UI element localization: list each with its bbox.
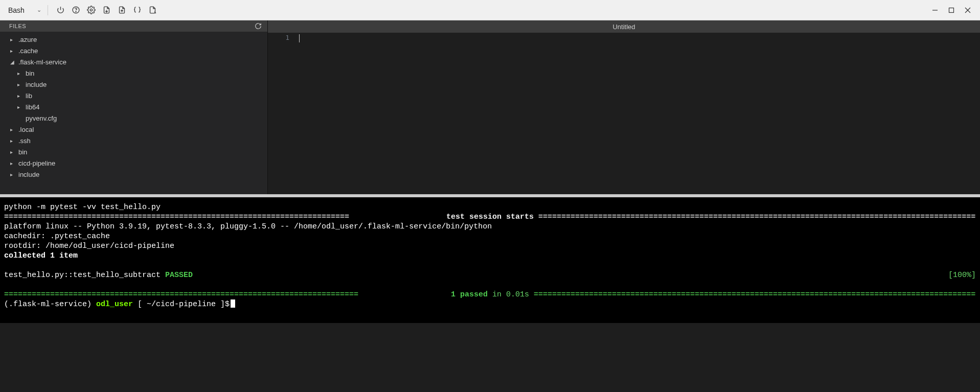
- tree-item-label: bin: [26, 70, 34, 77]
- prompt-bracket-open: [: [138, 299, 147, 309]
- new-file-icon[interactable]: [146, 4, 159, 17]
- folder-item-include[interactable]: ▸include: [0, 169, 267, 180]
- terminal-session-header: test session starts: [442, 212, 538, 222]
- shell-label: Bash: [8, 6, 25, 14]
- tree-item-label: lib64: [26, 103, 39, 111]
- terminal-platform: platform linux -- Python 3.9.19, pytest-…: [4, 222, 976, 232]
- terminal-prompt-line: (.flask-ml-service) odl_user [ ~/cicd-pi…: [4, 299, 976, 309]
- tree-item-label: .ssh: [18, 137, 31, 145]
- chevron-right-icon: ▸: [10, 48, 16, 54]
- terminal-panel[interactable]: python -m pytest -vv test_hello.py======…: [0, 197, 980, 323]
- chevron-right-icon: ▸: [17, 71, 24, 76]
- editor-cursor: [299, 34, 300, 42]
- top-toolbar: Bash ⌄: [0, 0, 980, 20]
- line-number: 1: [268, 34, 289, 41]
- editor-tabbar: Untitled: [268, 20, 980, 33]
- terminal-test-result: PASSED: [165, 270, 193, 280]
- tree-item-label: cicd-pipeline: [18, 159, 55, 167]
- chevron-right-icon: ▸: [17, 82, 24, 87]
- chevron-right-icon: ▸: [17, 93, 24, 99]
- folder-item--ssh[interactable]: ▸.ssh: [0, 135, 267, 146]
- svg-rect-4: [949, 8, 954, 12]
- close-button[interactable]: [962, 5, 974, 16]
- folder-item-lib[interactable]: ▸lib: [0, 90, 267, 101]
- prompt-bracket-close: ]$: [220, 299, 230, 309]
- chevron-right-icon: ▸: [10, 160, 16, 166]
- code-editor[interactable]: [299, 33, 980, 194]
- prompt-path: ~/cicd-pipeline: [147, 299, 220, 309]
- tree-item-label: .flask-ml-service: [18, 58, 66, 66]
- folder-item-bin[interactable]: ▸bin: [0, 67, 267, 79]
- chevron-right-icon: ▸: [10, 127, 16, 132]
- terminal-rootdir: rootdir: /home/odl_user/cicd-pipeline: [4, 241, 976, 251]
- terminal-test-pct: [100%]: [948, 270, 976, 280]
- chevron-down-icon: ⌄: [37, 7, 41, 13]
- refresh-icon[interactable]: [254, 22, 262, 30]
- terminal-cursor: [231, 299, 235, 308]
- folder-item-lib64[interactable]: ▸lib64: [0, 101, 267, 112]
- folder-item-include[interactable]: ▸include: [0, 79, 267, 90]
- prompt-user: odl_user: [96, 299, 138, 309]
- chevron-right-icon: ▸: [10, 37, 16, 42]
- terminal-summary-pass: 1 passed: [451, 290, 488, 299]
- terminal-rule: ========================================…: [534, 290, 976, 299]
- braces-icon[interactable]: [131, 4, 144, 17]
- folder-item--flask-ml-service[interactable]: ◢.flask-ml-service: [0, 56, 267, 67]
- shell-selector[interactable]: Bash ⌄: [4, 5, 48, 15]
- line-gutter: 1: [268, 33, 299, 194]
- terminal-rule: ========================================…: [4, 290, 446, 299]
- main-split: FILES ▸.azure▸.cache◢.flask-ml-service▸b…: [0, 20, 980, 194]
- terminal-test-id: test_hello.py::test_hello_subtract: [4, 270, 161, 280]
- folder-item-bin[interactable]: ▸bin: [0, 146, 267, 157]
- tree-item-label: bin: [18, 148, 27, 156]
- terminal-summary-time: in 0.01s: [488, 290, 529, 299]
- folder-item-cicd-pipeline[interactable]: ▸cicd-pipeline: [0, 157, 267, 169]
- help-icon[interactable]: [70, 4, 83, 17]
- tree-item-label: .local: [18, 126, 34, 133]
- upload-file-icon[interactable]: [100, 4, 113, 17]
- maximize-button[interactable]: [945, 5, 958, 16]
- chevron-down-icon: ◢: [10, 59, 16, 65]
- folder-item--cache[interactable]: ▸.cache: [0, 45, 267, 56]
- minimize-button[interactable]: [929, 5, 941, 16]
- tree-item-label: include: [26, 81, 47, 88]
- files-panel-header: FILES: [0, 20, 267, 32]
- terminal-cachedir: cachedir: .pytest_cache: [4, 232, 976, 241]
- tree-item-label: .cache: [18, 47, 38, 55]
- chevron-right-icon: ▸: [10, 138, 16, 144]
- chevron-right-icon: ▸: [17, 104, 24, 110]
- file-tree: ▸.azure▸.cache◢.flask-ml-service▸bin▸inc…: [0, 32, 267, 182]
- chevron-right-icon: ▸: [10, 172, 16, 177]
- file-item-pyvenv-cfg[interactable]: pyvenv.cfg: [0, 112, 267, 124]
- chevron-right-icon: ▸: [10, 149, 16, 155]
- power-icon[interactable]: [54, 4, 67, 17]
- file-explorer: FILES ▸.azure▸.cache◢.flask-ml-service▸b…: [0, 20, 267, 194]
- prompt-venv: (.flask-ml-service): [4, 299, 96, 309]
- editor-tab-title[interactable]: Untitled: [612, 23, 635, 31]
- tree-item-label: lib: [26, 92, 32, 100]
- terminal-collected: collected 1 item: [4, 251, 976, 261]
- svg-point-1: [76, 11, 76, 12]
- files-header-label: FILES: [9, 23, 26, 29]
- tree-item-label: include: [18, 171, 39, 178]
- folder-item--azure[interactable]: ▸.azure: [0, 34, 267, 45]
- svg-point-2: [90, 9, 93, 11]
- editor-area: Untitled 1: [267, 20, 980, 194]
- terminal-rule: ========================================…: [4, 212, 442, 222]
- terminal-rule: ========================================…: [538, 212, 976, 222]
- settings-icon[interactable]: [85, 4, 98, 17]
- tree-item-label: .azure: [18, 36, 37, 43]
- folder-item--local[interactable]: ▸.local: [0, 124, 267, 135]
- download-file-icon[interactable]: [116, 4, 129, 17]
- terminal-command: python -m pytest -vv test_hello.py: [4, 202, 976, 212]
- tree-item-label: pyvenv.cfg: [26, 114, 57, 122]
